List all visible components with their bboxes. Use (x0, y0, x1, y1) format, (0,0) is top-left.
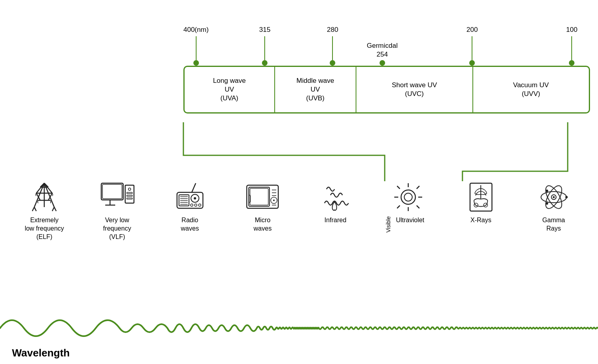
pin-label-315: 315 (259, 26, 270, 34)
diagram: 400(nm) 315 280 Germicdal 254 (0, 0, 598, 364)
spectrum-item-infrared: Infrared (309, 181, 361, 225)
uv-box-uva: Long waveUV(UVA) (185, 67, 275, 112)
svg-rect-41 (249, 195, 250, 202)
svg-line-12 (32, 207, 34, 211)
spectrum-item-xray: X-Rays (455, 181, 507, 225)
pin-line-280 (332, 36, 333, 60)
spectrum-item-microwave: Microwaves (237, 181, 289, 233)
spectrum-item-elf: Extremelylow frequency(ELF) (18, 181, 70, 241)
xray-icon (465, 181, 497, 213)
svg-rect-22 (127, 192, 132, 194)
svg-line-15 (54, 207, 56, 211)
visible-label: Visible Ultraviolet (392, 216, 424, 225)
svg-point-36 (195, 204, 197, 206)
svg-rect-39 (249, 187, 269, 206)
svg-point-69 (546, 190, 548, 192)
sun-icon (392, 181, 424, 213)
visible-text: Visible (385, 216, 392, 233)
spectrum-item-vlf: Very lowfrequency(VLF) (91, 181, 143, 241)
pin-label-200: 200 (466, 26, 478, 34)
svg-line-25 (192, 183, 196, 192)
germicdal-title: Germicdal (367, 42, 397, 50)
svg-point-34 (194, 197, 196, 200)
elf-icon (28, 181, 60, 213)
pin-dot-100 (569, 60, 574, 66)
svg-rect-24 (127, 198, 132, 199)
svg-line-55 (397, 205, 400, 208)
wavelength-label: Wavelength (12, 347, 70, 359)
pin-dot-400 (193, 60, 199, 66)
radio-waves-label: Radiowaves (181, 216, 199, 233)
svg-point-56 (401, 190, 415, 204)
uv-box-uvv: Vacuum UV(UVV) (473, 67, 589, 112)
spectrum-section: Extremelylow frequency(ELF) (0, 181, 598, 241)
germicdal-num: 254 (377, 51, 388, 59)
infrared-label: Infrared (325, 216, 346, 225)
vlf-icon (101, 181, 133, 213)
pin-dot-280 (330, 60, 335, 66)
svg-point-57 (404, 193, 412, 201)
uv-boxes: Long waveUV(UVA) Middle waveUV(UVB) Shor… (183, 66, 590, 114)
pin-germicdal: Germicdal 254 (367, 42, 397, 66)
svg-point-21 (128, 188, 131, 190)
svg-rect-23 (127, 195, 132, 196)
wave-svg (0, 304, 598, 340)
uv-box-uvb: Middle waveUV(UVB) (275, 67, 357, 112)
pin-280: 280 (327, 26, 338, 66)
microwave-icon (247, 181, 279, 213)
pin-dot-200 (469, 60, 475, 66)
pin-label-280: 280 (327, 26, 338, 34)
svg-point-46 (273, 200, 275, 201)
pin-315: 315 (259, 26, 270, 66)
svg-rect-17 (102, 184, 122, 199)
pin-400: 400(nm) (183, 26, 209, 66)
pin-line-200 (472, 36, 472, 60)
pin-line-100 (571, 36, 572, 60)
pin-line-400 (196, 36, 197, 60)
svg-line-52 (397, 186, 400, 189)
spectrum-item-gamma: GammaRays (528, 181, 580, 233)
spectrum-item-radio: Radiowaves (164, 181, 216, 233)
radio-icon (174, 181, 206, 213)
svg-line-54 (417, 186, 419, 189)
pins-row: 400(nm) 315 280 Germicdal 254 (183, 8, 590, 66)
pin-label-400: 400(nm) (183, 26, 209, 34)
spectrum-item-visible: Visible Ultraviolet (382, 181, 434, 225)
svg-line-14 (52, 207, 54, 211)
micro-waves-label: Microwaves (254, 216, 271, 233)
pin-100: 100 (566, 26, 577, 66)
vlf-label: Very lowfrequency(VLF) (103, 216, 131, 241)
uv-box-uvc: Short wave UV(UVC) (356, 67, 473, 112)
gamma-icon (538, 181, 570, 213)
infrared-icon (319, 181, 351, 213)
pin-dot-315 (262, 60, 268, 66)
svg-point-37 (199, 204, 201, 206)
svg-line-53 (417, 205, 419, 208)
wave-section (0, 304, 598, 340)
gamma-rays-label: GammaRays (542, 216, 565, 233)
svg-point-63 (553, 196, 555, 198)
pin-200: 200 (466, 26, 478, 66)
pin-line-315 (264, 36, 265, 60)
uv-section: 400(nm) 315 280 Germicdal 254 (183, 8, 590, 114)
svg-rect-40 (250, 188, 268, 205)
svg-rect-16 (101, 183, 123, 200)
pin-label-100: 100 (566, 26, 577, 34)
svg-point-35 (191, 204, 193, 206)
uv-boxes-container: Long waveUV(UVA) Middle waveUV(UVB) Shor… (183, 66, 590, 114)
svg-line-13 (34, 207, 36, 211)
xrays-label: X-Rays (470, 216, 491, 225)
svg-point-68 (546, 202, 548, 205)
svg-point-67 (565, 196, 568, 198)
elf-label: Extremelylow frequency(ELF) (25, 216, 64, 241)
pin-dot-germicdal (380, 60, 385, 66)
